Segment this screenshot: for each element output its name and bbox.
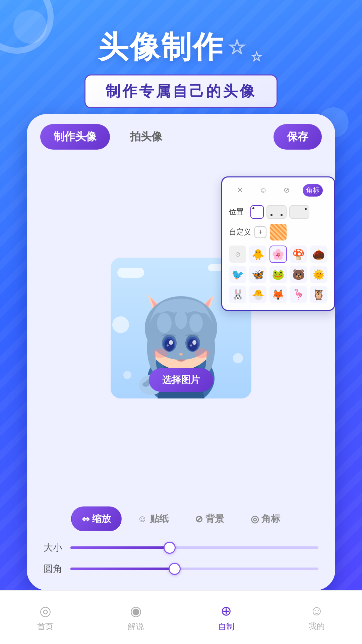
nav-home[interactable]: ◎ 首页 — [37, 603, 53, 632]
pos-option-topleft[interactable] — [250, 205, 264, 219]
corner-label: 角标 — [261, 513, 280, 525]
tab-take-photo[interactable]: 拍头像 — [117, 124, 176, 150]
pos-dot — [252, 207, 254, 209]
pos-dot-3 — [281, 214, 283, 216]
page-container: 头像制作 ☆ ☆ 制作专属自己的头像 制作头像 拍头像 保存 — [0, 0, 362, 644]
background-label: 背景 — [205, 513, 224, 525]
corner-mark-panel: ✕ ☺ ⊘ 角标 位置 — [221, 176, 335, 311]
nav-create[interactable]: ⊕ 自制 — [218, 603, 234, 632]
emoji-fox[interactable]: 🦊 — [269, 286, 287, 303]
svg-point-22 — [192, 340, 196, 345]
emoji-owl[interactable]: 🦉 — [310, 286, 327, 303]
corner-slider-fill — [70, 568, 175, 570]
svg-point-2 — [123, 371, 131, 379]
svg-point-11 — [157, 313, 172, 333]
emoji-flamingo[interactable]: 🦩 — [290, 286, 307, 303]
tab-make-avatar[interactable]: 制作头像 — [40, 124, 110, 150]
size-slider-row: 大小 — [44, 541, 318, 554]
nav-explain[interactable]: ◉ 解说 — [128, 603, 144, 632]
mode-tab-background[interactable]: ⊘ 背景 — [184, 506, 235, 531]
emoji-flower[interactable]: 🌸 — [269, 246, 287, 263]
custom-plus-button[interactable]: + — [254, 226, 266, 238]
svg-point-1 — [233, 353, 243, 363]
subtitle-text: 制作专属自己的头像 — [106, 83, 256, 99]
home-label: 首页 — [37, 621, 53, 632]
emoji-bird[interactable]: 🐦 — [229, 266, 246, 283]
pattern-preview[interactable] — [270, 224, 287, 240]
emoji-mushroom[interactable]: 🍄 — [290, 246, 307, 263]
pos-dot-4 — [305, 208, 307, 210]
svg-point-18 — [167, 344, 169, 346]
custom-row: 自定义 + — [229, 224, 327, 240]
corner-slider-track[interactable] — [70, 568, 318, 570]
panel-tabs: ✕ ☺ ⊘ 角标 — [229, 184, 327, 200]
star-icon-small: ☆ — [250, 49, 264, 64]
emoji-butterfly[interactable]: 🦋 — [249, 266, 266, 283]
emoji-acorn[interactable]: 🌰 — [310, 246, 327, 263]
star-icon-large: ☆ — [228, 36, 247, 59]
svg-point-27 — [178, 359, 184, 362]
panel-tab-close[interactable]: ✕ — [234, 184, 246, 197]
sticker-label: 贴纸 — [150, 513, 169, 525]
svg-point-17 — [169, 340, 173, 345]
mode-tab-zoom[interactable]: ⇔ 缩放 — [71, 506, 122, 531]
panel-tab-corner[interactable]: 角标 — [303, 184, 323, 197]
emoji-chick[interactable]: 🐥 — [249, 246, 266, 263]
svg-point-24 — [153, 348, 168, 358]
mode-tab-corner[interactable]: ◎ 角标 — [240, 506, 291, 531]
emoji-grid: ⊘ 🐥 🌸 🍄 🌰 🐦 🦋 🐸 🐻 🌞 🐰 🐣 🦊 🦩 🦉 — [229, 246, 327, 303]
background-icon: ⊘ — [195, 514, 203, 525]
bottom-controls: ⇔ 缩放 ☺ 贴纸 ⊘ 背景 ◎ 角标 大小 — [27, 500, 335, 590]
explain-label: 解说 — [128, 621, 144, 632]
main-title: 头像制作 ☆ ☆ — [0, 27, 362, 68]
zoom-label: 缩放 — [92, 513, 111, 525]
title-text: 头像制作 — [98, 27, 224, 68]
svg-point-13 — [189, 314, 203, 332]
size-slider-thumb[interactable] — [164, 542, 176, 554]
panel-tab-sticker[interactable]: ☺ — [256, 184, 270, 197]
position-options — [250, 205, 309, 219]
phone-mockup: 制作头像 拍头像 保存 — [27, 114, 335, 590]
mode-tabs: ⇔ 缩放 ☺ 贴纸 ⊘ 背景 ◎ 角标 — [40, 506, 322, 531]
size-slider-fill — [70, 546, 170, 549]
svg-point-26 — [179, 353, 183, 356]
header-area: 头像制作 ☆ ☆ 制作专属自己的头像 — [0, 13, 362, 108]
emoji-frog[interactable]: 🐸 — [269, 266, 287, 283]
emoji-hatching[interactable]: 🐣 — [249, 286, 266, 303]
pos-option-3[interactable] — [289, 205, 309, 219]
canvas-area: 选择图片 ✕ ☺ ⊘ 角标 位置 — [27, 156, 335, 500]
svg-point-25 — [194, 348, 209, 358]
zoom-icon: ⇔ — [82, 514, 89, 525]
mode-tab-sticker[interactable]: ☺ 贴纸 — [127, 506, 179, 531]
panel-tab-bg[interactable]: ⊘ — [280, 184, 293, 197]
emoji-bear[interactable]: 🐻 — [290, 266, 307, 283]
tab-bar: 制作头像 拍头像 保存 — [27, 114, 335, 156]
size-slider-track[interactable] — [70, 546, 318, 549]
home-icon: ◎ — [40, 603, 51, 619]
nav-mine[interactable]: ☺ 我的 — [309, 603, 325, 632]
svg-point-0 — [112, 316, 129, 333]
position-label: 位置 — [229, 207, 244, 217]
svg-point-30 — [142, 382, 149, 387]
mine-label: 我的 — [309, 621, 325, 632]
create-icon: ⊕ — [221, 603, 232, 619]
pos-dot-2 — [270, 214, 273, 216]
corner-slider-thumb[interactable] — [169, 563, 181, 575]
svg-point-23 — [190, 344, 192, 346]
custom-label: 自定义 — [229, 227, 251, 237]
explain-icon: ◉ — [130, 603, 142, 619]
emoji-sun[interactable]: 🌞 — [310, 266, 327, 283]
select-image-button[interactable]: 选择图片 — [149, 368, 213, 392]
slider-section: 大小 圆角 — [40, 541, 322, 575]
save-button[interactable]: 保存 — [274, 124, 322, 150]
emoji-none[interactable]: ⊘ — [229, 246, 246, 263]
create-label: 自制 — [218, 621, 234, 632]
pos-option-2[interactable] — [266, 205, 287, 219]
position-row: 位置 — [229, 205, 327, 219]
corner-icon: ◎ — [251, 514, 259, 525]
corner-radius-label: 圆角 — [44, 562, 64, 575]
svg-point-21 — [188, 339, 197, 351]
subtitle-banner: 制作专属自己的头像 — [84, 74, 278, 108]
emoji-rabbit[interactable]: 🐰 — [229, 286, 246, 303]
svg-point-16 — [165, 339, 174, 351]
